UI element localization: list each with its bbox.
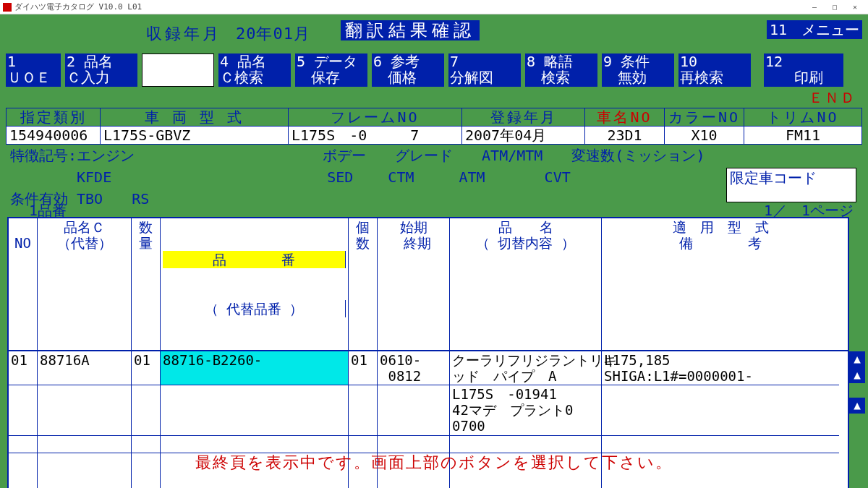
col-period: 始期 終期 [378, 218, 450, 350]
hdr-shitei: 指定類別 [7, 108, 101, 127]
parts-table: NO 品名Ｃ （代替） 数 量 品 番 （ 代替品番 ） 個 数 始期 終期 品… [7, 217, 849, 488]
col-model: 適 用 型 式 備 考 [602, 218, 839, 350]
status-message: 最終頁を表示中です。画面上部のボタンを選択して下さい。 [0, 452, 868, 474]
val-trim: FM11 [744, 127, 862, 145]
f8-button[interactable]: 8 略語 検索 [525, 53, 597, 87]
vehicle-info-table: 指定類別 車 両 型 式 フレームNO 登録年月 車名NO カラーNO トリムN… [6, 108, 862, 145]
hdr-frame: フレームNO [289, 108, 462, 127]
f9-button[interactable]: 9 条件 無効 [602, 53, 674, 87]
partno-cell[interactable]: 88716-B2260- [161, 351, 349, 385]
hdr-carname: 車名NO [585, 108, 665, 127]
val-shitei: 154940006 [7, 127, 101, 145]
table-row[interactable]: L175S -01941 42マデ プラント0 0700 [9, 385, 848, 436]
col-qty: 数 量 [132, 218, 161, 350]
col-name: 品名Ｃ （代替） [38, 218, 132, 350]
limited-car-code[interactable]: 限定車コード [726, 168, 856, 202]
val-frame: L175S -0 7 [289, 127, 462, 145]
menu-button[interactable]: 11 メニュー [767, 20, 862, 39]
scroll-up-icon[interactable]: ▲ [849, 398, 865, 414]
hdr-model: 車 両 型 式 [101, 108, 289, 127]
window-close[interactable]: ✕ [845, 3, 865, 11]
f10-button[interactable]: 10 再検索 [678, 53, 751, 87]
f7-button[interactable]: 7 分解図 [448, 53, 521, 87]
record-date-label: 収録年月 [142, 20, 226, 48]
window-maximize[interactable]: □ [825, 3, 845, 11]
scroll-up-icon[interactable]: ▲ [849, 351, 865, 367]
screen-title: 翻訳結果確認 [341, 20, 480, 40]
f4-button[interactable]: 4 品名 Ｃ検索 [218, 53, 291, 87]
app-root: 収録年月 20年01月 翻訳結果確認 11 メニュー 1 ＵＯＥ 2 品名 Ｃ入… [0, 14, 868, 488]
f6-button[interactable]: 6 参考 価格 [372, 53, 444, 87]
val-carname: 23D1 [585, 127, 665, 145]
spec-line-1: 特徴記号:エンジン ボデー グレード ATM/MTM 変速数(ミッション) [6, 145, 862, 166]
end-label: ＥＮＤ [6, 88, 862, 108]
window-titlebar: ダイハツ電子カタログ V10.0 L01 — □ ✕ [0, 0, 868, 14]
col-no: NO [9, 218, 38, 350]
window-minimize[interactable]: — [804, 3, 825, 11]
f5-button[interactable]: 5 データ 保存 [295, 53, 367, 87]
table-row[interactable]: 01 88716A 01 88716-B2260- 01 0610- 0812 … [9, 351, 848, 385]
app-icon [3, 3, 12, 12]
window-title: ダイハツ電子カタログ V10.0 L01 [14, 1, 142, 12]
f1-button[interactable]: 1 ＵＯＥ [6, 53, 61, 87]
col-desc: 品 名 （ 切替内容 ） [450, 218, 602, 350]
val-regdate: 2007年04月 [462, 127, 585, 145]
hdr-regdate: 登録年月 [462, 108, 585, 127]
f2-button[interactable]: 2 品名 Ｃ入力 [65, 53, 137, 87]
name-c-input[interactable] [142, 53, 214, 87]
col-partno: 品 番 （ 代替品番 ） [161, 218, 349, 350]
hdr-color: カラーNO [665, 108, 744, 127]
table-row [9, 436, 848, 453]
val-model: L175S-GBVZ [101, 127, 289, 145]
function-key-row: 1 ＵＯＥ 2 品名 Ｃ入力 4 品名 Ｃ検索 5 データ 保存 6 参考 価格… [6, 53, 862, 87]
parts-table-header: NO 品名Ｃ （代替） 数 量 品 番 （ 代替品番 ） 個 数 始期 終期 品… [9, 218, 848, 351]
scroll-up-icon[interactable]: ▲ [849, 367, 865, 383]
col-count: 個 数 [349, 218, 378, 350]
record-date-value: 20年01月 [231, 20, 315, 48]
f12-button[interactable]: 12 印刷 [764, 53, 843, 87]
val-color: X10 [665, 127, 744, 145]
hdr-trim: トリムNO [744, 108, 862, 127]
